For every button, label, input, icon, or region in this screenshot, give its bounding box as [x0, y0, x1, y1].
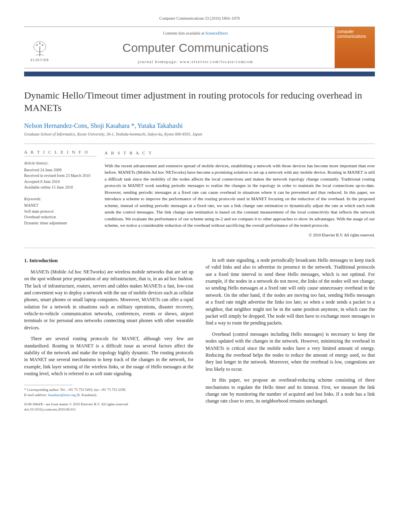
- corresponding-footnote: * Corresponding author. Tel.: +81 75 753…: [24, 387, 193, 398]
- doi-line: doi:10.1016/j.comcom.2010.06.011: [24, 407, 193, 412]
- elsevier-tree-icon: [30, 39, 50, 58]
- article-info-label: A R T I C L E I N F O: [24, 150, 97, 156]
- body-column-left: 1. Introduction MANETs (Mobile Ad hoc NE…: [24, 257, 193, 412]
- corresponding-line: * Corresponding author. Tel.: +81 75 753…: [24, 387, 193, 392]
- body-paragraph: MANETs (Mobile Ad hoc NETworks) are wire…: [24, 269, 193, 332]
- affiliation: Graduate School of Informatics, Kyoto Un…: [24, 132, 375, 136]
- divider: [24, 248, 375, 248]
- article-history-block: Article history: Received 24 June 2009 R…: [24, 160, 97, 191]
- color-bar: [24, 72, 375, 76]
- email-link[interactable]: kasahara@ieee.org: [48, 393, 76, 397]
- section-heading-intro: 1. Introduction: [24, 257, 193, 265]
- history-line: Received in revised form 23 March 2010: [24, 173, 97, 179]
- abstract-column: A B S T R A C T With the recent advancem…: [105, 150, 375, 238]
- keyword: MANET: [24, 203, 97, 209]
- body-column-right: In soft state signaling, a node periodic…: [206, 257, 375, 412]
- abstract-text: With the recent advancement and extensiv…: [105, 162, 375, 229]
- footnote-rule: [24, 385, 72, 385]
- front-matter-line: 0140-3664/$ - see front matter © 2010 El…: [24, 402, 193, 407]
- svg-point-2: [36, 44, 38, 46]
- history-line: Accepted 8 June 2010: [24, 179, 97, 185]
- email-suffix: (S. Kasahara).: [76, 393, 97, 397]
- article-info-column: A R T I C L E I N F O Article history: R…: [24, 150, 105, 238]
- keywords-block: Keywords: MANET Soft state protocol Over…: [24, 196, 97, 226]
- abstract-label: A B S T R A C T: [105, 150, 375, 158]
- homepage-prefix: journal homepage:: [138, 60, 180, 64]
- keyword: Dynamic timer adjustment: [24, 220, 97, 226]
- abstract-copyright: © 2010 Elsevier B.V. All rights reserved…: [105, 232, 375, 238]
- doi-block: 0140-3664/$ - see front matter © 2010 El…: [24, 402, 193, 412]
- publisher-logo-box: ELSEVIER: [24, 27, 56, 68]
- authors-line: Nelson Hernandez-Cons, Shoji Kasahara *,…: [24, 122, 375, 129]
- contents-prefix: Contents lists available at: [163, 31, 205, 35]
- email-line: E-mail address: kasahara@ieee.org (S. Ka…: [24, 392, 193, 398]
- elsevier-logo: ELSEVIER: [26, 37, 54, 65]
- author-link[interactable]: Nelson Hernandez-Cons, Shoji Kasahara *,…: [24, 122, 183, 129]
- article-title: Dynamic Hello/Timeout timer adjustment i…: [24, 89, 375, 114]
- svg-point-4: [39, 43, 41, 44]
- elsevier-logo-text: ELSEVIER: [31, 58, 49, 62]
- body-paragraph: In this paper, we propose an overhead-re…: [206, 377, 375, 405]
- body-paragraph: Overhead (control messages including Hel…: [206, 331, 375, 373]
- history-line: Available online 15 June 2010: [24, 185, 97, 191]
- info-abstract-row: A R T I C L E I N F O Article history: R…: [24, 144, 375, 238]
- keyword: Overhead reduction: [24, 214, 97, 220]
- body-paragraph: In soft state signaling, a node periodic…: [206, 257, 375, 327]
- homepage-url: www.elsevier.com/locate/comcom: [180, 60, 253, 64]
- sciencedirect-link[interactable]: ScienceDirect: [205, 31, 228, 35]
- history-line: Received 24 June 2009: [24, 167, 97, 173]
- keywords-title: Keywords:: [24, 196, 97, 202]
- journal-homepage: journal homepage: www.elsevier.com/locat…: [56, 60, 335, 64]
- contents-line: Contents lists available at ScienceDirec…: [56, 31, 335, 35]
- body-paragraph: There are several routing protocols for …: [24, 335, 193, 377]
- body-two-column: 1. Introduction MANETs (Mobile Ad hoc NE…: [24, 257, 375, 412]
- banner-center: Contents lists available at ScienceDirec…: [56, 27, 335, 68]
- svg-point-3: [42, 44, 43, 46]
- journal-cover-thumb: computer communications: [335, 27, 375, 68]
- journal-name: Computer Communications: [56, 41, 335, 55]
- email-label: E-mail address:: [24, 393, 48, 397]
- journal-banner: ELSEVIER Contents lists available at Sci…: [24, 27, 375, 68]
- page-header-citation: Computer Communications 33 (2010) 1864–1…: [24, 16, 375, 21]
- history-title: Article history:: [24, 160, 97, 166]
- cover-title: computer communications: [337, 29, 372, 39]
- keyword: Soft state protocol: [24, 209, 97, 215]
